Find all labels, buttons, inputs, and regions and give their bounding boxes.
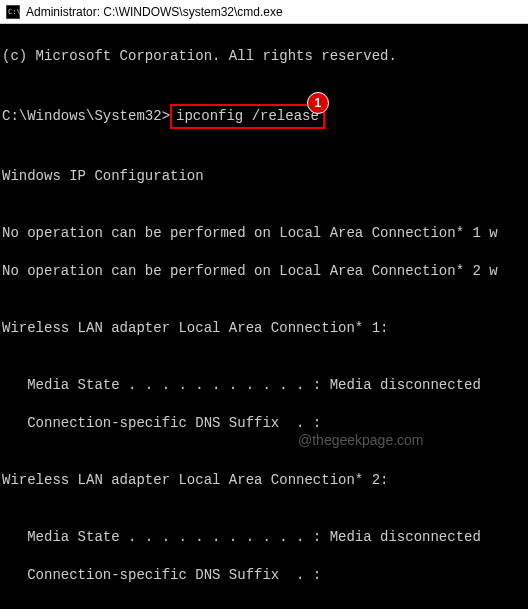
annotation-badge-1: 1 [307, 92, 329, 114]
media-state-line: Media State . . . . . . . . . . . : Medi… [2, 528, 526, 547]
ip-config-header: Windows IP Configuration [2, 167, 526, 186]
watermark-text: @thegeekpage.com [298, 432, 424, 448]
highlight-command-1: ipconfig /release1 [170, 104, 325, 129]
terminal-output[interactable]: (c) Microsoft Corporation. All rights re… [0, 24, 528, 609]
prompt-path: C:\Windows\System32> [2, 108, 170, 124]
svg-text:C:\: C:\ [8, 8, 20, 16]
command-text: ipconfig /release [176, 108, 319, 124]
title-bar: C:\ Administrator: C:\WINDOWS\system32\c… [0, 0, 528, 24]
noop-line: No operation can be performed on Local A… [2, 262, 526, 281]
dns-suffix-line: Connection-specific DNS Suffix . : [2, 566, 526, 585]
adapter-title: Wireless LAN adapter Local Area Connecti… [2, 471, 526, 490]
copyright-line: (c) Microsoft Corporation. All rights re… [2, 47, 526, 66]
media-state-line: Media State . . . . . . . . . . . : Medi… [2, 376, 526, 395]
window-title: Administrator: C:\WINDOWS\system32\cmd.e… [26, 5, 283, 19]
adapter-title: Wireless LAN adapter Local Area Connecti… [2, 319, 526, 338]
cmd-icon: C:\ [6, 5, 20, 19]
noop-line: No operation can be performed on Local A… [2, 224, 526, 243]
command-line-1: C:\Windows\System32>ipconfig /release1 [2, 104, 526, 129]
dns-suffix-line: Connection-specific DNS Suffix . : [2, 414, 526, 433]
